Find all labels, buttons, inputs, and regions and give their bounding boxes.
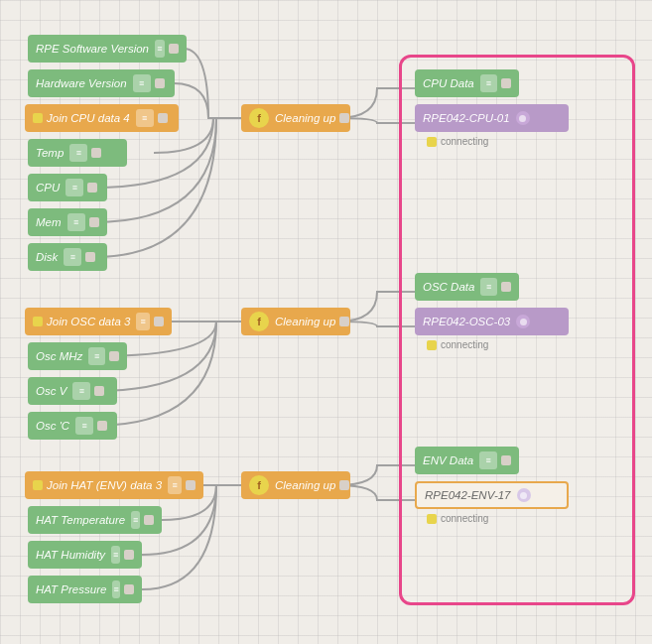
node-env-data-port (501, 455, 511, 465)
node-hat-temp-icon: ≡ (131, 511, 140, 529)
node-hardware-port (155, 78, 165, 88)
node-hat-pressure-label: HAT Pressure (36, 583, 106, 595)
node-osc-v-icon: ≡ (72, 382, 90, 400)
node-env-data[interactable]: ENV Data ≡ (415, 447, 519, 474)
node-osc-c-icon: ≡ (75, 417, 93, 435)
node-rpe-software[interactable]: RPE Software Version ≡ (28, 35, 187, 63)
node-join-osc[interactable]: Join OSC data 3 ≡ (25, 308, 172, 335)
node-rpe-env[interactable]: RPE042-ENV-17 (415, 481, 569, 509)
node-cpu-port (87, 183, 97, 193)
node-env-data-icon: ≡ (479, 451, 497, 469)
node-hat-humidity-port (124, 550, 134, 560)
node-join-osc-label: Join OSC data 3 (47, 316, 130, 327)
node-osc-v-label: Osc V (36, 385, 66, 397)
node-cleaning-osc-label: Cleaning up (275, 316, 335, 327)
node-rpe-cpu-label: RPE042-CPU-01 (423, 112, 510, 124)
node-rpe-osc-label: RPE042-OSC-03 (423, 316, 510, 327)
node-rpe-software-port (169, 44, 179, 54)
node-hat-humidity-label: HAT Humidity (36, 549, 105, 561)
node-cpu-label: CPU (36, 182, 60, 193)
node-hat-humidity[interactable]: HAT Humidity ≡ (28, 541, 142, 569)
node-rpe-software-icon: ≡ (155, 40, 165, 58)
node-disk-label: Disk (36, 251, 58, 263)
node-hat-pressure-port (124, 584, 134, 594)
node-rpe-software-label: RPE Software Version (36, 43, 149, 55)
node-osc-v[interactable]: Osc V ≡ (28, 377, 117, 405)
node-hat-pressure-icon: ≡ (112, 580, 120, 598)
node-osc-mhz[interactable]: Osc MHz ≡ (28, 342, 127, 370)
node-rpe-cpu-port (516, 111, 530, 125)
node-hardware-label: Hardware Version (36, 77, 127, 89)
node-hat-pressure[interactable]: HAT Pressure ≡ (28, 576, 142, 603)
node-hardware-icon: ≡ (133, 74, 151, 92)
node-osc-c-label: Osc 'C (36, 420, 69, 432)
node-mem[interactable]: Mem ≡ (28, 208, 107, 236)
node-osc-mhz-icon: ≡ (88, 347, 105, 365)
node-osc-data-icon: ≡ (480, 278, 497, 296)
connecting-env-text: connecting (441, 513, 488, 524)
node-join-cpu-icon: ≡ (136, 109, 154, 127)
node-disk-port (85, 252, 95, 262)
node-osc-data[interactable]: OSC Data ≡ (415, 273, 519, 301)
node-join-hat-port (186, 480, 196, 490)
node-hardware-version[interactable]: Hardware Version ≡ (28, 69, 175, 97)
node-env-data-label: ENV Data (423, 454, 473, 466)
node-hat-temp[interactable]: HAT Temperature ≡ (28, 506, 162, 534)
node-temp-port (91, 148, 101, 158)
node-join-hat[interactable]: Join HAT (ENV) data 3 ≡ (25, 471, 203, 499)
node-cleaning-osc-port (339, 317, 349, 326)
node-osc-v-port (94, 386, 104, 396)
node-temp-label: Temp (36, 147, 64, 159)
node-join-cpu-port-left (33, 113, 43, 123)
node-cleaning-osc[interactable]: f Cleaning up (241, 308, 350, 335)
node-cleaning-hat-label: Cleaning up (275, 479, 335, 491)
connecting-env: connecting (427, 513, 488, 524)
node-rpe-env-label: RPE042-ENV-17 (425, 489, 511, 501)
node-disk[interactable]: Disk ≡ (28, 243, 107, 271)
node-osc-c[interactable]: Osc 'C ≡ (28, 412, 117, 440)
node-cleaning-cpu[interactable]: f Cleaning up (241, 104, 350, 132)
node-temp-icon: ≡ (69, 144, 87, 162)
node-hat-temp-label: HAT Temperature (36, 514, 125, 526)
node-hat-humidity-icon: ≡ (111, 546, 120, 564)
node-osc-mhz-label: Osc MHz (36, 350, 82, 362)
node-join-hat-icon: ≡ (168, 476, 182, 494)
node-cpu-data-icon: ≡ (480, 74, 497, 92)
node-cleaning-hat-port (339, 480, 349, 490)
node-join-osc-port-left (33, 317, 43, 326)
node-mem-label: Mem (36, 216, 62, 228)
node-cleaning-cpu-port (339, 113, 349, 123)
node-join-cpu[interactable]: Join CPU data 4 ≡ (25, 104, 179, 132)
connecting-osc: connecting (427, 339, 488, 350)
node-mem-port (89, 217, 99, 227)
node-cpu-icon: ≡ (65, 179, 83, 196)
node-join-cpu-port (158, 113, 168, 123)
node-rpe-cpu[interactable]: RPE042-CPU-01 (415, 104, 569, 132)
node-cleaning-hat-func-icon: f (249, 475, 269, 495)
node-cpu-data[interactable]: CPU Data ≡ (415, 69, 519, 97)
node-hat-temp-port (144, 515, 154, 525)
connecting-osc-text: connecting (441, 339, 488, 350)
node-rpe-osc-port (516, 315, 530, 328)
node-osc-mhz-port (109, 351, 119, 361)
node-cpu[interactable]: CPU ≡ (28, 174, 107, 201)
node-mem-icon: ≡ (67, 213, 85, 231)
node-cleaning-cpu-func-icon: f (249, 108, 269, 128)
node-osc-data-label: OSC Data (423, 281, 474, 293)
connecting-env-dot (427, 514, 437, 524)
node-disk-icon: ≡ (64, 248, 81, 266)
node-osc-data-port (501, 282, 511, 292)
node-cleaning-hat[interactable]: f Cleaning up (241, 471, 350, 499)
node-cleaning-cpu-label: Cleaning up (275, 112, 335, 124)
connecting-cpu-text: connecting (441, 136, 488, 147)
connecting-cpu-dot (427, 137, 437, 147)
connecting-cpu: connecting (427, 136, 488, 147)
node-join-hat-port-left (33, 480, 43, 490)
node-join-hat-label: Join HAT (ENV) data 3 (47, 479, 162, 491)
node-temp[interactable]: Temp ≡ (28, 139, 127, 167)
node-osc-c-port (97, 421, 107, 431)
node-cleaning-osc-func-icon: f (249, 312, 269, 331)
node-rpe-osc[interactable]: RPE042-OSC-03 (415, 308, 569, 335)
node-join-osc-icon: ≡ (136, 313, 150, 330)
node-join-osc-port (154, 317, 164, 326)
